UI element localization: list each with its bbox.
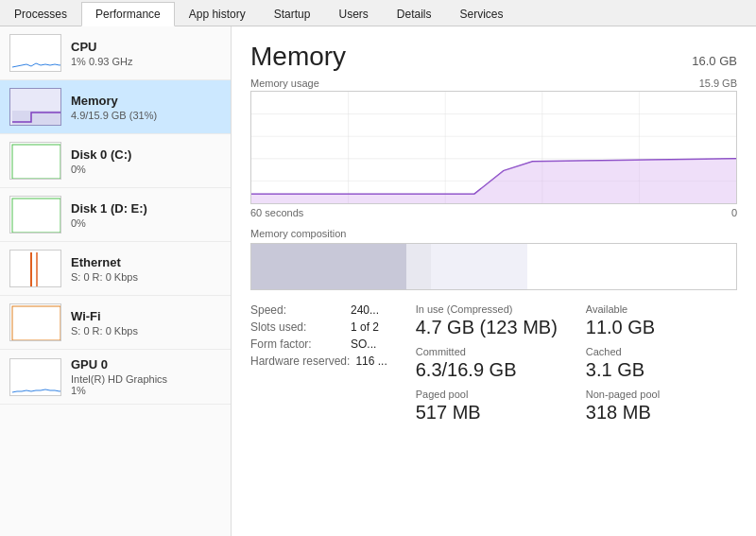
stat-form-row: Form factor: SO... [250, 337, 387, 351]
comp-free [527, 244, 736, 289]
stats-area: In use (Compressed) 4.7 GB (123 MB) Avai… [250, 303, 737, 424]
stat-inuse-label: In use (Compressed) [416, 303, 558, 315]
ethernet-name: Ethernet [71, 255, 138, 269]
sidebar-item-wifi[interactable]: Wi-Fi S: 0 R: 0 Kbps [0, 296, 231, 350]
stat-cached: Cached 3.1 GB [586, 346, 737, 381]
stat-paged-value: 517 MB [416, 402, 558, 424]
cpu-stat: 1% 0.93 GHz [71, 56, 132, 67]
gpu0-stat: Intel(R) HD Graphics1% [71, 373, 167, 396]
main-layout: CPU 1% 0.93 GHz Memory 4.9/15.9 GB (31%) [0, 26, 756, 536]
comp-inuse [251, 244, 406, 289]
sidebar-item-memory[interactable]: Memory 4.9/15.9 GB (31%) [0, 80, 231, 134]
disk1-info: Disk 1 (D: E:) 0% [71, 201, 147, 229]
stat-paged-label: Paged pool [416, 389, 558, 400]
svg-rect-5 [12, 306, 60, 340]
memory-info: Memory 4.9/15.9 GB (31%) [71, 94, 157, 121]
wifi-name: Wi-Fi [71, 309, 138, 323]
stat-available-value: 11.0 GB [586, 317, 737, 338]
stat-available-label: Available [586, 303, 737, 315]
page-title: Memory [250, 42, 346, 72]
comp-modified [406, 244, 431, 289]
ethernet-stat: S: 0 R: 0 Kbps [71, 271, 138, 283]
ethernet-thumb [9, 250, 61, 287]
stat-form-value: SO... [351, 337, 376, 351]
memory-chart [250, 91, 737, 204]
stat-nonpaged-value: 318 MB [586, 402, 737, 424]
chart-label: Memory usage [250, 78, 319, 89]
tab-processes[interactable]: Processes [0, 1, 81, 26]
stat-speed-value: 240... [351, 303, 379, 317]
comp-standby [431, 244, 528, 289]
total-ram: 16.0 GB [692, 54, 737, 68]
tab-performance[interactable]: Performance [81, 2, 175, 26]
content-header: Memory 16.0 GB [250, 42, 737, 72]
chart-bottom-row: 60 seconds 0 [250, 207, 737, 218]
stat-slots-label: Slots used: [250, 320, 345, 334]
stat-form-label: Form factor: [250, 337, 345, 351]
memory-name: Memory [71, 94, 157, 108]
stat-nonpaged: Non-paged pool 318 MB [586, 389, 737, 424]
memory-stat: 4.9/15.9 GB (31%) [71, 110, 157, 121]
sidebar: CPU 1% 0.93 GHz Memory 4.9/15.9 GB (31%) [0, 26, 232, 536]
stat-slots-value: 1 of 2 [351, 320, 379, 334]
disk0-info: Disk 0 (C:) 0% [71, 147, 131, 175]
gpu0-info: GPU 0 Intel(R) HD Graphics1% [71, 357, 167, 396]
stat-hwreserved-label: Hardware reserved: [250, 354, 350, 368]
cpu-thumb [9, 34, 61, 72]
disk0-stat: 0% [71, 164, 131, 175]
sidebar-item-cpu[interactable]: CPU 1% 0.93 GHz [0, 26, 231, 80]
tab-apphistory[interactable]: App history [175, 1, 260, 26]
disk1-thumb [9, 196, 61, 233]
ethernet-info: Ethernet S: 0 R: 0 Kbps [71, 255, 138, 283]
sidebar-item-gpu0[interactable]: GPU 0 Intel(R) HD Graphics1% [0, 350, 231, 405]
sidebar-item-disk0[interactable]: Disk 0 (C:) 0% [0, 134, 231, 188]
gpu0-thumb [9, 358, 61, 396]
svg-rect-1 [12, 145, 60, 179]
memory-usage-section: Memory usage 15.9 GB [250, 78, 737, 218]
disk0-name: Disk 0 (C:) [71, 147, 131, 162]
stat-slots-row: Slots used: 1 of 2 [250, 320, 387, 334]
disk0-thumb [9, 142, 61, 180]
content-area: Memory 16.0 GB Memory usage 15.9 GB [232, 26, 756, 536]
tab-startup[interactable]: Startup [260, 1, 325, 26]
stat-committed-label: Committed [416, 346, 558, 357]
stat-committed: Committed 6.3/16.9 GB [416, 346, 558, 381]
wifi-thumb [9, 303, 61, 341]
stat-speed-label: Speed: [250, 303, 345, 317]
composition-bar [250, 243, 737, 290]
sidebar-item-ethernet[interactable]: Ethernet S: 0 R: 0 Kbps [0, 242, 231, 296]
stat-cached-value: 3.1 GB [586, 359, 737, 381]
gpu0-name: GPU 0 [71, 357, 167, 372]
cpu-info: CPU 1% 0.93 GHz [71, 40, 132, 67]
wifi-stat: S: 0 R: 0 Kbps [71, 325, 138, 337]
stat-committed-value: 6.3/16.9 GB [416, 359, 558, 381]
stat-cached-label: Cached [586, 346, 737, 357]
tab-services[interactable]: Services [446, 1, 518, 26]
stat-available: Available 11.0 GB [586, 303, 737, 338]
disk1-stat: 0% [71, 217, 147, 229]
tab-details[interactable]: Details [383, 1, 446, 26]
cpu-name: CPU [71, 40, 132, 54]
chart-time-end: 0 [731, 207, 737, 218]
stat-nonpaged-label: Non-paged pool [586, 389, 737, 400]
svg-rect-2 [12, 199, 60, 233]
stat-inuse-value: 4.7 GB (123 MB) [416, 317, 558, 338]
composition-label: Memory composition [250, 228, 737, 239]
stat-hwreserved-value: 116 ... [355, 354, 387, 368]
stat-paged: Paged pool 517 MB [416, 389, 558, 424]
chart-max-label: 15.9 GB [699, 78, 737, 89]
right-stats-block: Speed: 240... Slots used: 1 of 2 Form fa… [250, 303, 387, 424]
chart-time-label: 60 seconds [250, 207, 303, 218]
stat-inuse: In use (Compressed) 4.7 GB (123 MB) [416, 303, 558, 338]
stat-hwreserved-row: Hardware reserved: 116 ... [250, 354, 387, 368]
tab-bar: Processes Performance App history Startu… [0, 0, 756, 26]
chart-label-row: Memory usage 15.9 GB [250, 78, 737, 89]
disk1-name: Disk 1 (D: E:) [71, 201, 147, 216]
stat-speed-row: Speed: 240... [250, 303, 387, 317]
wifi-info: Wi-Fi S: 0 R: 0 Kbps [71, 309, 138, 337]
memory-thumb [9, 88, 61, 126]
sidebar-item-disk1[interactable]: Disk 1 (D: E:) 0% [0, 188, 231, 242]
memory-composition-section: Memory composition [250, 228, 737, 290]
tab-users[interactable]: Users [324, 1, 382, 26]
